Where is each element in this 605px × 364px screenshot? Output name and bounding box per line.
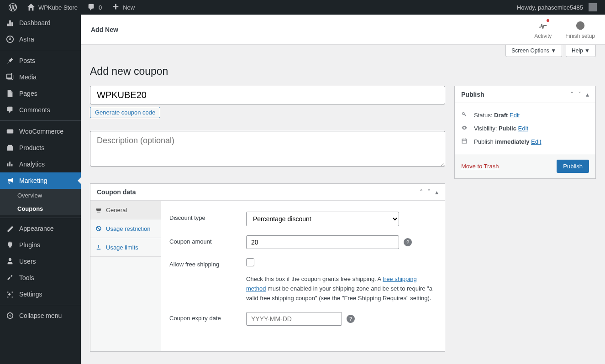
- help-tab[interactable]: Help ▼: [566, 45, 596, 57]
- menu-tools[interactable]: Tools: [0, 270, 81, 286]
- pin-icon: [5, 56, 15, 65]
- publish-box: Publish ˄ ˅ ▴ Status: Draft Edit: [454, 86, 596, 179]
- tab-usage-limits[interactable]: Usage limits: [90, 238, 161, 257]
- toggle-box-button[interactable]: ▴: [435, 188, 438, 196]
- move-up-button[interactable]: ˄: [420, 188, 423, 196]
- limits-icon: [95, 244, 102, 251]
- coupon-tabs: General Usage restriction Usage limits: [90, 201, 161, 351]
- menu-posts[interactable]: Posts: [0, 52, 81, 69]
- page-icon: [5, 89, 15, 98]
- site-link[interactable]: WPKube Store: [22, 0, 82, 15]
- edit-publish-link[interactable]: Edit: [531, 138, 541, 145]
- plugins-icon: [5, 240, 15, 250]
- calendar-icon: [461, 138, 469, 146]
- tab-general[interactable]: General: [90, 201, 161, 219]
- general-icon: [95, 206, 102, 213]
- finish-setup-button[interactable]: Finish setup: [565, 20, 595, 39]
- menu-woocommerce[interactable]: WooCommerce: [0, 123, 81, 140]
- comment-icon: [5, 105, 15, 114]
- admin-sidebar: Dashboard Astra Posts Media Pages Commen…: [0, 15, 81, 364]
- howdy-text: Howdy, pahasemice5485: [517, 4, 583, 11]
- tools-icon: [5, 273, 15, 282]
- menu-settings[interactable]: Settings: [0, 286, 81, 302]
- megaphone-icon: [5, 176, 15, 185]
- free-shipping-description: Check this box if the coupon grants free…: [246, 275, 437, 303]
- page-top-title: Add New: [91, 26, 118, 33]
- menu-products[interactable]: Products: [0, 140, 81, 156]
- settings-icon: [5, 290, 15, 299]
- clock-icon: [575, 20, 586, 31]
- wordpress-icon: [8, 3, 17, 12]
- publish-button[interactable]: Publish: [557, 160, 589, 173]
- expiry-date-input[interactable]: [246, 312, 342, 326]
- media-icon: [5, 73, 15, 82]
- activity-icon: [537, 20, 548, 31]
- svg-rect-6: [462, 139, 467, 143]
- move-down-button[interactable]: ˅: [427, 188, 431, 196]
- screen-options-tab[interactable]: Screen Options ▼: [505, 45, 562, 57]
- comments-link[interactable]: 0: [82, 0, 106, 15]
- move-to-trash-link[interactable]: Move to Trash: [461, 163, 499, 170]
- submenu-marketing: Overview Coupons: [0, 189, 81, 215]
- coupon-data-box: Coupon data ˄ ˅ ▴ General Usage restrict…: [90, 183, 445, 352]
- notification-dot: [547, 19, 549, 22]
- coupon-data-title: Coupon data: [97, 188, 136, 196]
- page-title: Add new coupon: [90, 65, 596, 78]
- menu-media[interactable]: Media: [0, 69, 81, 85]
- toggle-box-button[interactable]: ▴: [586, 91, 589, 98]
- menu-appearance[interactable]: Appearance: [0, 220, 81, 237]
- avatar-icon: [589, 3, 597, 11]
- new-label: New: [123, 4, 135, 11]
- menu-dashboard[interactable]: Dashboard: [0, 15, 81, 31]
- help-icon[interactable]: ?: [404, 238, 412, 246]
- astra-icon: [5, 35, 15, 44]
- tab-usage-restriction[interactable]: Usage restriction: [90, 219, 161, 238]
- menu-comments[interactable]: Comments: [0, 102, 81, 118]
- menu-astra[interactable]: Astra: [0, 31, 81, 47]
- coupon-amount-label: Coupon amount: [169, 235, 238, 245]
- key-icon: [461, 111, 469, 119]
- subitem-coupons[interactable]: Coupons: [0, 202, 81, 215]
- top-strip: Add New Activity Finish setup: [81, 15, 605, 45]
- home-icon: [26, 3, 36, 12]
- admin-bar: WPKube Store 0 New Howdy, pahasemice5485: [0, 0, 605, 15]
- activity-button[interactable]: Activity: [534, 20, 552, 39]
- menu-analytics[interactable]: Analytics: [0, 156, 81, 172]
- users-icon: [5, 257, 15, 266]
- collapse-icon: [5, 311, 15, 320]
- free-shipping-checkbox[interactable]: [246, 258, 254, 266]
- discount-type-select[interactable]: Percentage discount: [246, 212, 399, 226]
- move-down-button[interactable]: ˅: [578, 91, 581, 98]
- menu-plugins[interactable]: Plugins: [0, 237, 81, 253]
- coupon-amount-input[interactable]: [246, 235, 399, 249]
- free-shipping-label: Allow free shipping: [169, 258, 238, 268]
- edit-status-link[interactable]: Edit: [510, 112, 520, 119]
- menu-collapse[interactable]: Collapse menu: [0, 307, 81, 324]
- move-up-button[interactable]: ˄: [570, 91, 573, 98]
- menu-users[interactable]: Users: [0, 253, 81, 270]
- content-area: Add New Activity Finish setup Screen Opt…: [81, 15, 605, 364]
- menu-marketing[interactable]: Marketing: [0, 172, 81, 189]
- generate-code-button[interactable]: Generate coupon code: [90, 107, 160, 118]
- analytics-icon: [5, 160, 15, 169]
- coupon-code-input[interactable]: [90, 86, 445, 104]
- plus-icon: [111, 3, 120, 12]
- restriction-icon: [95, 225, 102, 232]
- svg-rect-1: [7, 130, 13, 134]
- help-icon[interactable]: ?: [347, 315, 355, 323]
- expiry-date-label: Coupon expiry date: [169, 312, 238, 322]
- menu-pages[interactable]: Pages: [0, 85, 81, 102]
- publish-title: Publish: [461, 91, 484, 98]
- description-textarea[interactable]: [90, 131, 445, 166]
- appearance-icon: [5, 224, 15, 233]
- discount-type-label: Discount type: [169, 212, 238, 221]
- comment-icon: [87, 3, 96, 12]
- new-link[interactable]: New: [106, 0, 139, 15]
- dashboard-icon: [5, 18, 15, 27]
- woocommerce-icon: [5, 127, 15, 136]
- site-name: WPKube Store: [38, 4, 78, 11]
- subitem-overview[interactable]: Overview: [0, 189, 81, 202]
- wp-logo[interactable]: [4, 0, 22, 15]
- howdy-link[interactable]: Howdy, pahasemice5485: [512, 0, 601, 15]
- edit-visibility-link[interactable]: Edit: [518, 125, 528, 132]
